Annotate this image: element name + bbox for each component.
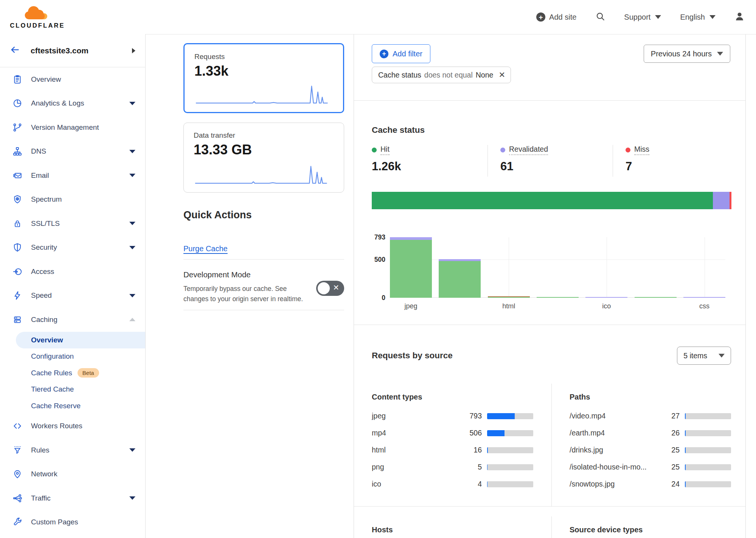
- table-row-video-mp4: /video.mp427: [570, 407, 731, 424]
- row-bar-track: [487, 430, 533, 436]
- table-row-png: png5: [372, 459, 533, 476]
- code-brackets-icon: [12, 421, 22, 431]
- cache-status-title: Cache status: [372, 125, 731, 135]
- purge-cache-link[interactable]: Purge Cache: [183, 244, 228, 253]
- filter-chip[interactable]: Cache status does not equal None ✕: [372, 67, 511, 83]
- sidebar-item-traffic[interactable]: Traffic: [0, 486, 145, 510]
- add-site-button[interactable]: + Add site: [536, 12, 576, 22]
- y-axis-tick-label: 500: [363, 256, 385, 264]
- row-value: 16: [455, 446, 482, 454]
- table-row-jpeg: jpeg793: [372, 407, 533, 424]
- sidebar-subitem-configuration[interactable]: Configuration: [0, 348, 145, 365]
- hit-dot-icon: [372, 148, 377, 152]
- sidebar-item-label: Custom Pages: [31, 518, 78, 526]
- row-bar-fill: [685, 413, 686, 419]
- data-transfer-sparkline: [194, 163, 334, 187]
- sidebar-item-speed[interactable]: Speed: [0, 284, 145, 308]
- row-label: /earth.mp4: [570, 429, 653, 437]
- row-label: html: [372, 446, 455, 454]
- sidebar-item-rules[interactable]: Rules: [0, 438, 145, 462]
- analytics-panel: + Add filter Previous 24 hours Cache sta…: [354, 34, 746, 538]
- cache-status-stats: Hit 1.26k Revalidated 61: [372, 145, 731, 177]
- support-menu[interactable]: Support: [624, 13, 661, 22]
- bar-ico: [585, 297, 627, 298]
- sidebar-subitem-label: Cache Reserve: [31, 402, 81, 410]
- row-bar-fill: [487, 464, 487, 470]
- cloudflare-cloud-icon: [19, 5, 56, 22]
- bars: [390, 237, 725, 298]
- bar-4: [537, 297, 579, 298]
- topbar-actions: + Add site Support English: [536, 11, 745, 23]
- bar-segment-hit: [635, 297, 677, 298]
- sidebar-subitem-label: Tiered Cache: [31, 385, 74, 393]
- content-types-table: Content types jpeg793mp4506html16png5ico…: [372, 384, 552, 506]
- chevron-down-icon: [129, 174, 135, 177]
- requests-by-source-title: Requests by source: [372, 351, 453, 361]
- sidebar: cftestsite3.com OverviewAnalytics & Logs…: [0, 34, 146, 538]
- table-row-mp4: mp4506: [372, 424, 533, 442]
- sidebar-item-ssl-tls[interactable]: SSL/TLS: [0, 211, 145, 236]
- sidebar-item-security[interactable]: Security: [0, 236, 145, 260]
- stat-miss: Miss 7: [613, 145, 731, 177]
- row-bar-track: [685, 413, 731, 419]
- revalidated-dot-icon: [500, 148, 505, 152]
- row-value: 5: [455, 463, 482, 471]
- row-label: /isolated-house-in-mo...: [570, 463, 653, 471]
- row-bar-fill: [685, 481, 686, 487]
- x-axis-tick-label: [439, 302, 481, 310]
- sidebar-item-label: Security: [31, 243, 57, 252]
- row-bar-fill: [685, 464, 686, 470]
- user-account-icon[interactable]: [734, 11, 745, 23]
- table-row-drinks-jpg: /drinks.jpg25: [570, 442, 731, 459]
- sidebar-item-access[interactable]: Access: [0, 260, 145, 284]
- sidebar-subitem-label: Overview: [16, 336, 63, 344]
- row-bar-fill: [487, 413, 515, 419]
- cloudflare-logo[interactable]: CLOUDFLARE: [9, 5, 66, 29]
- pie-chart-icon: [12, 98, 22, 108]
- sidebar-item-dns[interactable]: DNS: [0, 140, 145, 164]
- site-header: cftestsite3.com: [0, 34, 145, 67]
- wrench-icon: [12, 517, 22, 527]
- sidebar-item-version-management[interactable]: Version Management: [0, 115, 145, 140]
- sidebar-item-analytics-logs[interactable]: Analytics & Logs: [0, 92, 145, 116]
- bar-css: [683, 297, 725, 298]
- sidebar-item-workers-routes[interactable]: Workers Routes: [0, 414, 145, 438]
- sidebar-item-network[interactable]: Network: [0, 462, 145, 487]
- login-arrow-icon: [12, 267, 22, 277]
- bar-2: [439, 259, 481, 298]
- search-icon[interactable]: [595, 11, 605, 23]
- hosts-title: Hosts: [372, 526, 533, 534]
- sidebar-item-caching[interactable]: Caching: [0, 308, 145, 332]
- items-count-dropdown[interactable]: 5 items: [677, 347, 731, 365]
- sidebar-item-custom-pages[interactable]: Custom Pages: [0, 510, 145, 535]
- row-bar-track: [487, 464, 533, 470]
- chevron-down-icon: [129, 102, 135, 105]
- sidebar-item-email[interactable]: Email: [0, 163, 145, 188]
- content-types-title: Content types: [372, 393, 533, 401]
- requests-metric-card[interactable]: Requests 1.33k: [183, 43, 344, 113]
- bar-segment-hit: [488, 297, 530, 298]
- sidebar-item-label: DNS: [31, 147, 46, 155]
- sidebar-subitem-tiered-cache[interactable]: Tiered Cache: [0, 381, 145, 398]
- hosts-table: Hosts cftestsite3.com1.33k: [372, 516, 552, 538]
- back-arrow-icon[interactable]: [10, 45, 20, 56]
- time-range-dropdown[interactable]: Previous 24 hours: [644, 45, 730, 63]
- chevron-down-icon: [655, 15, 661, 19]
- development-mode-toggle[interactable]: ✕: [316, 281, 344, 296]
- sidebar-item-overview[interactable]: Overview: [0, 67, 145, 92]
- sidebar-subitem-overview[interactable]: Overview: [16, 332, 145, 348]
- sidebar-subitem-cache-reserve[interactable]: Cache Reserve: [0, 398, 145, 414]
- remove-filter-icon[interactable]: ✕: [498, 70, 505, 79]
- chevron-down-icon: [129, 150, 135, 153]
- data-transfer-metric-card[interactable]: Data transfer 13.33 GB: [183, 123, 344, 193]
- bar-jpeg: [390, 237, 432, 298]
- sidebar-subitem-cache-rules[interactable]: Cache RulesBeta: [0, 365, 145, 381]
- add-filter-button[interactable]: + Add filter: [372, 44, 430, 63]
- source-device-types-title: Source device types: [570, 526, 731, 534]
- padlock-icon: [12, 219, 22, 229]
- chevron-right-icon[interactable]: [132, 48, 135, 53]
- chevron-down-icon: [129, 448, 135, 452]
- language-menu[interactable]: English: [680, 13, 716, 22]
- sidebar-item-label: Overview: [31, 75, 61, 84]
- sidebar-item-spectrum[interactable]: Spectrum: [0, 188, 145, 212]
